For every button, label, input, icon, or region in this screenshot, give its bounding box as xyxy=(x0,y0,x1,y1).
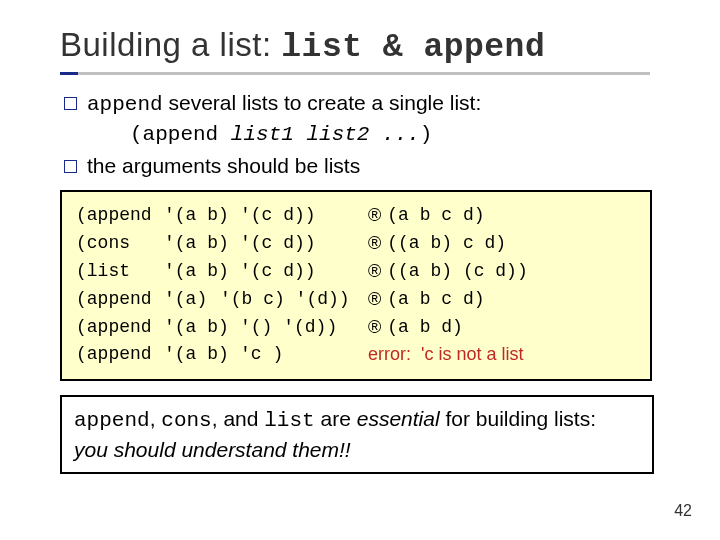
code-row: (append'(a b)'(c d))®(a b c d) xyxy=(76,202,636,230)
bullet-1-text: append several lists to create a single … xyxy=(87,89,481,119)
code-row: (append'(a b)'c )error: 'c is not a list xyxy=(76,341,636,369)
code-examples-box: (append'(a b)'(c d))®(a b c d) (cons'(a … xyxy=(60,190,652,381)
slide-title: Building a list: list & append xyxy=(60,26,672,66)
error-text: error: 'c is not a list xyxy=(368,341,523,369)
arrow-icon: ® xyxy=(368,230,381,258)
title-mono: list & append xyxy=(281,29,545,66)
title-text: Building a list: xyxy=(60,26,281,63)
bullet-2: the arguments should be lists xyxy=(60,152,672,180)
bullet-list: append several lists to create a single … xyxy=(60,89,672,180)
bullet-marker-icon xyxy=(64,160,77,173)
code-row: (append'(a b)'() '(d))®(a b d) xyxy=(76,314,636,342)
bullet-1: append several lists to create a single … xyxy=(60,89,672,119)
arrow-icon: ® xyxy=(368,314,381,342)
arrow-icon: ® xyxy=(368,202,381,230)
bullet-marker-icon xyxy=(64,97,77,110)
code-row: (cons'(a b)'(c d))®((a b) c d) xyxy=(76,230,636,258)
syntax-line: (append list1 list2 ...) xyxy=(130,121,672,149)
arrow-icon: ® xyxy=(368,286,381,314)
title-rule xyxy=(60,72,650,75)
page-number: 42 xyxy=(674,502,692,520)
note-line2: you should understand them!! xyxy=(74,438,351,461)
code-row: (list'(a b)'(c d))®((a b) (c d)) xyxy=(76,258,636,286)
note-box: append, cons, and list are essential for… xyxy=(60,395,654,474)
code-row: (append'(a)'(b c) '(d))®(a b c d) xyxy=(76,286,636,314)
arrow-icon: ® xyxy=(368,258,381,286)
bullet-2-text: the arguments should be lists xyxy=(87,152,360,180)
